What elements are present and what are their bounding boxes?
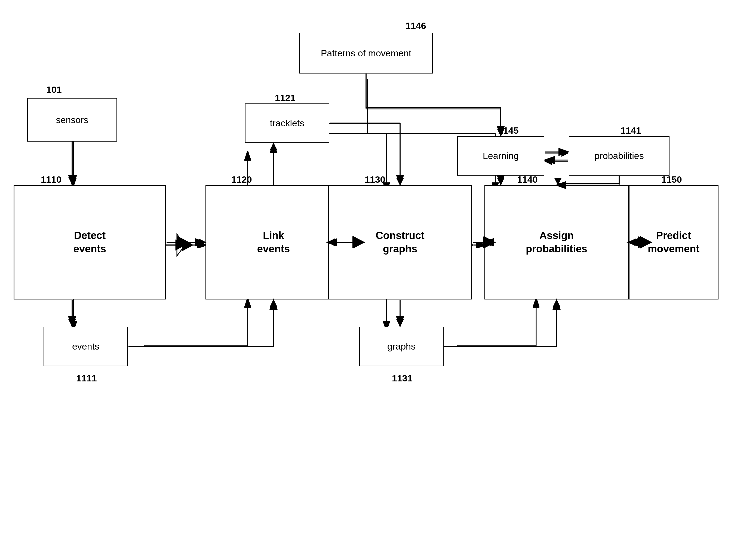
link-events-box: Link events [206,185,342,299]
graphs-ref: 1131 [392,373,412,384]
svg-marker-13 [182,239,193,251]
link-events-ref: 1120 [231,174,252,185]
sensors-ref: 101 [46,84,62,95]
patterns-box: Patterns of movement [300,33,433,74]
events-box: events [44,327,128,366]
predict-movement-box: Predict movement [629,185,718,299]
events-ref: 1111 [76,373,97,384]
construct-graphs-box: Construct graphs [328,185,472,299]
sensors-box: sensors [27,98,117,142]
svg-marker-44 [177,236,188,248]
svg-marker-72 [178,236,190,249]
tracklets-ref: 1121 [275,93,296,103]
assign-probabilities-box: Assign probabilities [484,185,629,299]
detect-events-box: Detect events [14,185,166,299]
probabilities-box: probabilities [569,136,669,176]
tracklets-box: tracklets [245,103,329,143]
learning-ref: 1145 [498,125,519,136]
detect-events-ref: 1110 [41,174,62,185]
probabilities-ref: 1141 [620,125,641,136]
construct-graphs-ref: 1130 [365,174,385,185]
svg-marker-4 [176,240,185,250]
diagram: sensors 101 Detect events 1110 Link even… [0,0,734,560]
assign-probabilities-ref: 1140 [517,174,538,185]
patterns-ref: 1146 [405,20,426,31]
learning-box: Learning [457,136,544,176]
predict-movement-ref: 1150 [661,174,682,185]
graphs-box: graphs [359,327,443,366]
